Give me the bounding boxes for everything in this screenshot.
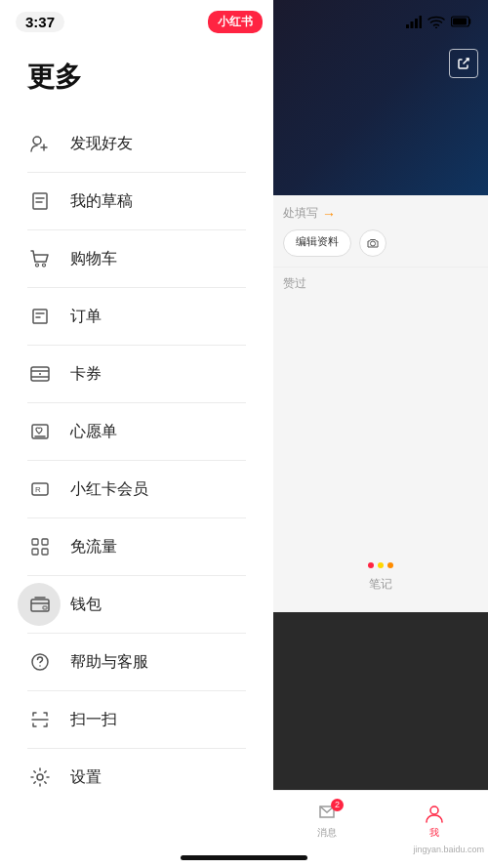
free-data-icon: [27, 534, 53, 559]
nav-me[interactable]: 我: [424, 803, 445, 840]
message-icon-wrapper: 2: [316, 803, 338, 824]
svg-point-5: [43, 264, 46, 267]
svg-rect-16: [43, 606, 47, 609]
coupons-icon: [27, 361, 53, 387]
my-drafts-label: 我的草稿: [70, 191, 133, 212]
wishlist-icon: [27, 419, 53, 444]
orders-label: 订单: [70, 307, 102, 327]
svg-point-2: [33, 137, 41, 145]
decorative-dots: [368, 562, 393, 568]
svg-rect-11: [32, 539, 38, 545]
profile-buttons-row: 编辑资料: [283, 229, 478, 257]
me-nav-label: 我: [429, 826, 439, 840]
wifi-icon: [427, 15, 445, 28]
my-drafts-icon: [27, 188, 53, 214]
svg-rect-23: [420, 16, 423, 28]
svg-rect-21: [411, 21, 414, 28]
svg-rect-13: [32, 549, 38, 555]
svg-rect-22: [415, 19, 418, 28]
share-icon[interactable]: [449, 49, 478, 78]
help-icon: [27, 649, 53, 675]
svg-rect-6: [33, 310, 47, 323]
menu-item-member[interactable]: R 小红卡会员: [0, 461, 273, 517]
scan-icon: [27, 707, 53, 732]
menu-item-settings[interactable]: 设置: [0, 749, 273, 806]
home-indicator: [181, 855, 307, 860]
svg-rect-3: [33, 193, 47, 209]
me-icon: [424, 803, 445, 824]
svg-rect-20: [406, 24, 409, 28]
find-friends-label: 发现好友: [70, 134, 133, 154]
svg-point-24: [435, 27, 437, 29]
scan-label: 扫一扫: [70, 710, 117, 730]
svg-rect-26: [453, 19, 467, 25]
watermark: jingyan.baidu.com: [413, 845, 484, 854]
member-label: 小红卡会员: [70, 479, 148, 500]
menu-item-orders[interactable]: 订单: [0, 288, 273, 345]
svg-point-0: [371, 241, 376, 246]
member-icon: R: [27, 476, 53, 502]
svg-point-7: [39, 373, 41, 375]
menu-item-coupons[interactable]: 卡券: [0, 346, 273, 402]
menu-item-free-data[interactable]: 免流量: [0, 518, 273, 575]
write-arrow-icon: →: [322, 206, 336, 222]
notes-label: 笔记: [369, 576, 392, 593]
free-data-label: 免流量: [70, 537, 117, 558]
battery-icon: [451, 16, 472, 27]
svg-point-1: [430, 806, 438, 814]
nav-message[interactable]: 2 消息: [316, 803, 338, 840]
find-friends-icon: [27, 131, 53, 156]
coupons-label: 卡券: [70, 364, 102, 385]
status-bar: 3:37 小红书: [0, 0, 488, 43]
status-center: 小红书: [208, 11, 263, 33]
svg-point-18: [39, 665, 41, 667]
status-right: [406, 15, 472, 28]
shopping-cart-icon: [27, 246, 53, 271]
menu-item-find-friends[interactable]: 发现好友: [0, 115, 273, 172]
wallet-icon: [27, 592, 53, 617]
message-badge: 2: [331, 799, 344, 811]
menu-item-my-drafts[interactable]: 我的草稿: [0, 173, 273, 229]
settings-icon: [27, 765, 53, 790]
help-label: 帮助与客服: [70, 652, 148, 673]
orders-icon: [27, 304, 53, 329]
shopping-cart-label: 购物车: [70, 249, 117, 269]
notes-empty-area: 笔记: [273, 300, 488, 612]
status-time: 3:37: [16, 12, 64, 32]
svg-rect-12: [42, 539, 48, 545]
menu-item-help[interactable]: 帮助与客服: [0, 634, 273, 690]
app-badge: 小红书: [208, 11, 263, 33]
status-left: 3:37: [16, 12, 64, 32]
svg-rect-14: [42, 549, 48, 555]
menu-item-wishlist[interactable]: 心愿单: [0, 403, 273, 460]
drawer-menu: 更多 发现好友 我的草稿: [0, 0, 273, 868]
message-nav-label: 消息: [317, 826, 337, 840]
wishlist-label: 心愿单: [70, 422, 117, 442]
menu-item-shopping-cart[interactable]: 购物车: [0, 230, 273, 287]
svg-point-4: [36, 264, 39, 267]
edit-profile-button[interactable]: 编辑资料: [283, 229, 351, 257]
right-background-panel: 处填写 → 编辑资料 赞过 笔记: [273, 0, 488, 868]
wallet-label: 钱包: [70, 595, 102, 615]
profile-section: 处填写 → 编辑资料: [273, 195, 488, 267]
bio-placeholder: 处填写 →: [283, 205, 478, 222]
svg-point-19: [37, 774, 43, 780]
menu-item-scan[interactable]: 扫一扫: [0, 691, 273, 748]
menu-list: 发现好友 我的草稿 购物车: [0, 115, 273, 806]
camera-button[interactable]: [359, 229, 386, 257]
liked-section: 赞过: [273, 267, 488, 300]
settings-label: 设置: [70, 767, 102, 788]
signal-icon: [406, 15, 422, 28]
menu-item-wallet[interactable]: 钱包: [0, 576, 273, 633]
svg-text:R: R: [35, 485, 41, 494]
